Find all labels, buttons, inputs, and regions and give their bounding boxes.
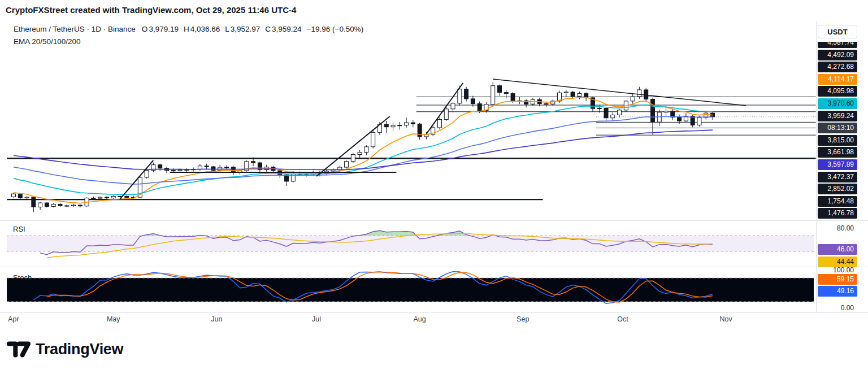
indicator-value-label: 46.00 [818,244,857,255]
price-label: 4,492.09 [818,50,857,60]
rsi-pane-title[interactable]: RSI [13,225,25,233]
ohlc-value: 3,952.97 [231,25,261,33]
time-axis-label: Jun [211,315,222,323]
ohlc-readout: O3,979.19H4,036.66L3,952.97C3,959.24 [137,25,302,33]
symbol-title[interactable]: Ethereum / TetherUS · 1D · Binance [14,25,136,33]
stoch-pane-title[interactable]: Stoch [13,273,32,282]
ema-legend[interactable]: EMA 20/50/100/200 [14,37,363,46]
ohlc-value: 3,959.24 [272,25,302,33]
ohlc-label: O [142,25,148,33]
ema-cyan-price-label: 3,970.60 [818,98,857,109]
chart-legend: Ethereum / TetherUS · 1D · Binance O3,97… [14,25,363,46]
price-label: 1,476.78 [818,208,857,219]
price-label: 4,095.98 [818,86,857,97]
ema-orange-price-label: 4,114.17 [818,74,857,85]
time-axis-label: Apr [8,315,19,323]
ohlc-label: L [225,25,229,33]
price-label: 1,754.48 [818,196,857,207]
price-label: 2,852.02 [818,184,857,194]
currency-button[interactable]: USDT [818,25,857,38]
indicator-value-label: 59.15 [818,274,857,285]
time-axis-label: Oct [617,315,628,323]
price-scale[interactable]: USDT 4,587.744,492.094,272.684,114.174,0… [816,0,868,339]
time-axis-label: Sep [517,315,529,323]
price-label: 3,472.37 [818,172,857,182]
price-label: 3,661.98 [818,147,857,158]
candlesticks [12,82,715,212]
scale-tick: 0.00 [818,303,857,314]
ohlc-value: 3,979.19 [149,25,179,33]
change-readout: −19.96 (−0.50%) [307,25,364,33]
time-axis[interactable]: AprMayJunJulAugSepOctNov [8,315,732,323]
ohlc-value: 4,036.66 [190,25,220,33]
ohlc-label: H [184,25,189,33]
tradingview-mark-icon [7,340,31,359]
time-axis-label: Aug [414,315,426,323]
ohlc-label: C [265,25,271,33]
scale-tick: 80.00 [818,223,857,234]
price-label: 3,815.00 [818,135,857,146]
tradingview-chart-page: CryptoFXStreet created with TradingView.… [0,0,868,374]
time-axis-label: Nov [719,315,732,323]
indicator-value-label: 49.16 [818,286,857,297]
tradingview-logo[interactable]: TradingView [7,340,123,359]
time-axis-label: Jul [312,315,321,323]
last-price-label: 3,959.24 [818,111,857,121]
time-axis-label: May [107,315,120,323]
ema-indigo-price-label: 3,597.89 [818,159,857,170]
price-label: 4,272.68 [818,62,857,72]
bar-countdown-label: 08:13:10 [818,123,857,133]
price-chart-canvas[interactable]: AprMayJunJulAugSepOctNov [0,0,868,339]
tradingview-wordmark: TradingView [36,341,123,358]
